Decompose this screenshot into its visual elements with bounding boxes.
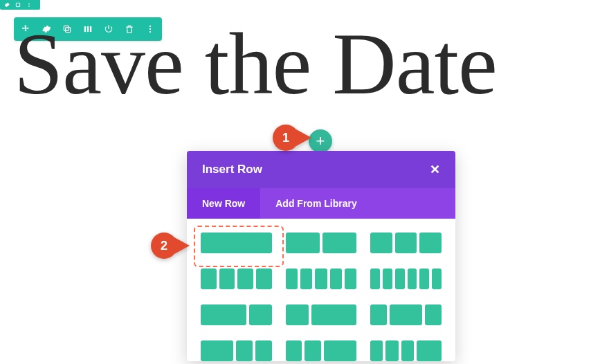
layout-column: [249, 304, 272, 325]
layout-column: [315, 269, 327, 289]
layout-option[interactable]: [286, 340, 357, 361]
layout-column: [255, 340, 272, 361]
annotation-1: 1: [273, 125, 311, 151]
layout-option[interactable]: [286, 233, 357, 253]
layout-option[interactable]: [201, 304, 272, 325]
layout-option[interactable]: [370, 340, 442, 361]
insert-row-modal: Insert Row ✕ New Row Add From Library: [187, 151, 455, 361]
layout-option[interactable]: [370, 233, 442, 253]
page-headline: Save the Date: [14, 19, 606, 108]
layout-column: [370, 340, 383, 361]
layout-column: [304, 340, 321, 361]
layout-column: [201, 269, 217, 289]
layout-column: [300, 269, 312, 289]
annotation-badge: 1: [273, 125, 299, 151]
layout-column: [419, 269, 429, 289]
layout-column: [236, 340, 253, 361]
modal-header: Insert Row ✕: [187, 151, 455, 188]
layout-option[interactable]: [201, 269, 272, 289]
layout-column: [286, 304, 309, 325]
tab-new-row[interactable]: New Row: [187, 188, 260, 219]
layout-column: [201, 304, 246, 325]
layout-column: [237, 269, 253, 289]
svg-point-2: [28, 4, 29, 5]
section-mini-handle[interactable]: [0, 0, 40, 10]
close-icon[interactable]: ✕: [430, 162, 440, 177]
layout-grid: [187, 219, 455, 361]
layout-column: [219, 269, 235, 289]
modal-tabs: New Row Add From Library: [187, 188, 455, 219]
layout-column: [256, 269, 272, 289]
annotation-tail: [296, 129, 311, 146]
layout-option[interactable]: [286, 269, 357, 289]
layout-column: [370, 233, 392, 253]
layout-column: [322, 233, 356, 253]
layout-column: [345, 269, 356, 289]
layout-column: [417, 340, 442, 361]
layout-column: [401, 340, 414, 361]
layout-column: [286, 269, 298, 289]
layout-column: [432, 269, 442, 289]
layout-column: [286, 233, 320, 253]
layout-column: [425, 304, 442, 325]
layout-column: [395, 269, 405, 289]
layout-option[interactable]: [286, 304, 357, 325]
layout-column: [324, 340, 356, 361]
layout-option[interactable]: [201, 233, 272, 253]
svg-point-1: [28, 3, 29, 3]
layout-column: [408, 269, 417, 289]
layout-column: [395, 233, 417, 253]
annotation-badge: 2: [151, 233, 177, 259]
layout-option[interactable]: [201, 340, 272, 361]
tab-from-library[interactable]: Add From Library: [260, 188, 372, 219]
add-row-button[interactable]: +: [309, 129, 332, 153]
dots-icon: [26, 2, 32, 8]
layout-column: [390, 304, 422, 325]
modal-title: Insert Row: [202, 163, 262, 176]
gear-icon: [4, 2, 10, 8]
layout-option[interactable]: [370, 304, 442, 325]
layout-column: [286, 340, 302, 361]
annotation-2: 2: [151, 233, 190, 259]
layout-column: [419, 233, 442, 253]
layout-column: [385, 340, 398, 361]
annotation-tail: [174, 237, 190, 254]
layout-column: [383, 269, 392, 289]
layout-column: [201, 233, 272, 253]
layout-column: [330, 269, 342, 289]
layout-option[interactable]: [370, 269, 442, 289]
layout-column: [201, 340, 233, 361]
layout-column: [311, 304, 357, 325]
svg-rect-0: [16, 3, 19, 6]
square-icon: [15, 2, 21, 8]
svg-point-3: [28, 6, 29, 7]
layout-column: [370, 304, 387, 325]
layout-column: [370, 269, 380, 289]
